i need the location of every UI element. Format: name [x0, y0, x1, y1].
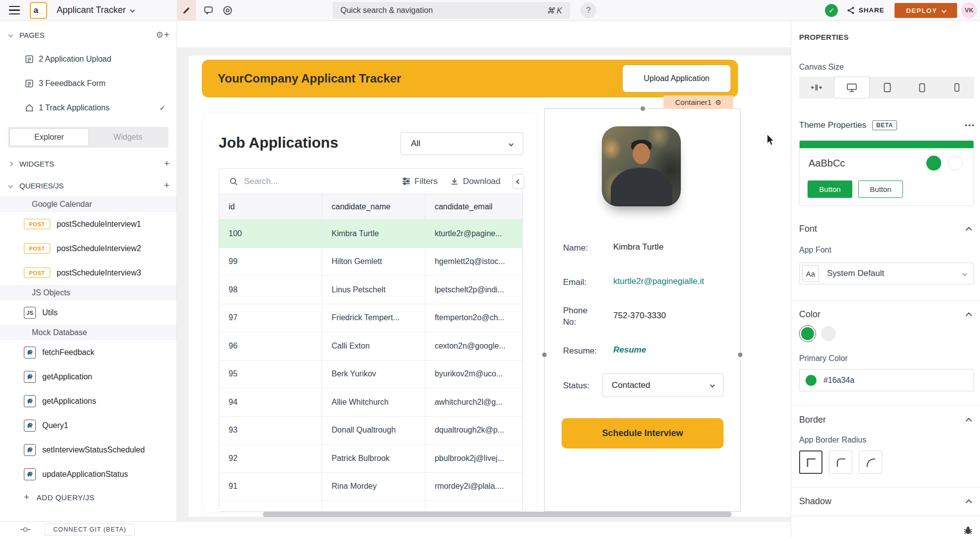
resize-handle[interactable]: [738, 353, 742, 357]
postgres-icon: [24, 347, 36, 358]
container-widget-label[interactable]: Container1 ⚙: [663, 95, 733, 109]
query-item[interactable]: setInterviewStatusScheduled: [0, 438, 176, 462]
theme-color-primary-swatch[interactable]: [926, 156, 941, 171]
font-section-header[interactable]: Font: [799, 224, 817, 234]
chevron-up-icon[interactable]: [966, 499, 972, 506]
view-mode-button[interactable]: [219, 0, 236, 20]
status-select[interactable]: Contacted: [602, 373, 724, 397]
table-search-input[interactable]: Search...: [229, 177, 389, 186]
table-row[interactable]: 96Calli Extoncexton2n@google...: [219, 332, 522, 360]
table-row[interactable]: 92Patrick Bulbrookpbulbrook2j@livej...: [219, 445, 522, 473]
quick-search-input[interactable]: Quick search & navigation ⌘ K: [332, 2, 570, 19]
table-row[interactable]: 98Linus Petscheltlpetschelt2p@indi...: [219, 276, 522, 304]
canvas-size-desktop[interactable]: [834, 77, 870, 98]
add-query-js-button[interactable]: + ADD QUERY/JS: [0, 486, 176, 508]
chevron-left-icon: [516, 179, 521, 184]
canvas-size-tablet-large[interactable]: [870, 77, 904, 98]
font-aa-icon: Aa: [802, 265, 819, 282]
query-item[interactable]: getApplication: [0, 364, 176, 389]
page-icon: [25, 79, 34, 88]
table-row[interactable]: 97Friedrick Tempert...ftemperton2o@ch...: [219, 304, 522, 333]
queries-section-header[interactable]: QUERIES/JS +: [0, 175, 176, 196]
status-filter-select[interactable]: All: [401, 132, 523, 155]
cell-candidate-email: rmordey2i@plala....: [425, 473, 522, 501]
add-query-plus-button[interactable]: +: [164, 180, 169, 191]
table-row[interactable]: 93Donall Qualtroughdqualtrough2k@p...: [219, 417, 522, 445]
horizontal-scrollbar[interactable]: [263, 512, 732, 517]
table-row[interactable]: 91Rina Mordeyrmordey2i@plala....: [219, 473, 522, 501]
query-item[interactable]: getApplications: [0, 389, 176, 413]
add-page-button[interactable]: +: [164, 29, 169, 40]
table-row[interactable]: 94Allie Whitchurchawhitchurch2l@g...: [219, 388, 522, 417]
tab-widgets[interactable]: Widgets: [89, 128, 167, 146]
query-item[interactable]: POSTpostScheduleInterview2: [0, 236, 176, 261]
comment-icon: [204, 5, 213, 15]
upload-application-button[interactable]: Upload Application: [622, 65, 731, 92]
field-value-email-link[interactable]: kturtle2r@paginegialle.it: [613, 276, 704, 286]
canvas-size-tablet[interactable]: [904, 77, 939, 98]
table-row[interactable]: 90Jany Mullinsjmullins2h@shutt...: [219, 501, 522, 511]
theme-primary-button-sample[interactable]: Button: [808, 180, 852, 198]
column-header-candidate-name[interactable]: candidate_name: [322, 194, 425, 219]
canvas-size-fluid[interactable]: [799, 77, 834, 98]
color-swatch-light[interactable]: [821, 326, 836, 341]
table-row[interactable]: 100Kimbra Turtlekturtle2r@pagine...: [219, 220, 522, 248]
page-item[interactable]: 3 Feeedback Form: [0, 71, 176, 95]
share-button[interactable]: SHARE: [847, 0, 884, 20]
chevron-up-icon[interactable]: [966, 418, 972, 424]
color-swatch-green[interactable]: [799, 325, 816, 342]
border-radius-medium[interactable]: [829, 450, 852, 474]
tab-explorer[interactable]: Explorer: [9, 128, 89, 146]
filters-button[interactable]: Filters: [402, 177, 437, 186]
query-item[interactable]: POSTpostScheduleInterview3: [0, 261, 176, 285]
chevron-up-icon[interactable]: [966, 227, 972, 233]
primary-color-input[interactable]: #16a34a: [799, 369, 974, 391]
query-item[interactable]: fetchFeedback: [0, 340, 176, 364]
table-row[interactable]: 99Hilton Gemletthgemlett2q@istoc...: [219, 248, 522, 276]
table-header-row[interactable]: id candidate_name candidate_email: [219, 194, 522, 220]
status-value: Contacted: [612, 380, 651, 390]
chevron-up-icon[interactable]: [966, 312, 972, 319]
add-widget-button[interactable]: +: [164, 158, 169, 169]
pages-header[interactable]: PAGES ⚙ +: [0, 26, 176, 44]
container-settings-gear-icon[interactable]: ⚙: [715, 98, 722, 106]
collapse-panel-button[interactable]: [512, 174, 524, 189]
debug-bug-icon[interactable]: [963, 525, 973, 535]
theme-color-background-swatch[interactable]: [948, 156, 963, 171]
schedule-interview-button[interactable]: Schedule Interview: [562, 418, 724, 448]
widgets-section-header[interactable]: WIDGETS +: [0, 153, 176, 175]
theme-more-menu-icon[interactable]: [965, 124, 974, 126]
query-item[interactable]: POSTpostScheduleInterview1: [0, 212, 176, 236]
comment-mode-button[interactable]: [200, 0, 217, 20]
canvas-size-mobile[interactable]: [939, 77, 974, 98]
column-header-id[interactable]: id: [219, 194, 322, 219]
deploy-button[interactable]: DEPLOY: [895, 3, 957, 18]
resize-handle[interactable]: [641, 106, 645, 111]
query-item[interactable]: Query1: [0, 413, 176, 438]
page-item[interactable]: 1 Track Applications✓: [0, 95, 176, 120]
user-avatar[interactable]: VK: [961, 2, 977, 18]
table-row[interactable]: 95Berk Yurikovbyurikov2m@uco...: [219, 360, 522, 389]
page-item[interactable]: 2 Application Upload: [0, 47, 176, 71]
border-radius-large[interactable]: [859, 450, 882, 474]
shadow-section-header[interactable]: Shadow: [799, 496, 831, 507]
cell-candidate-name: Kimbra Turtle: [322, 220, 425, 248]
field-value-resume-link[interactable]: Resume: [613, 345, 646, 355]
column-header-candidate-email[interactable]: candidate_email: [425, 194, 522, 219]
query-item[interactable]: updateApplicationStatus: [0, 462, 176, 486]
help-button[interactable]: ?: [580, 2, 596, 18]
pages-settings-gear-icon[interactable]: ⚙: [156, 30, 163, 40]
app-title[interactable]: Applicant Tracker: [57, 0, 134, 20]
edit-mode-button[interactable]: [177, 0, 196, 20]
connect-git-button[interactable]: CONNECT GIT (BETA): [45, 524, 135, 536]
border-radius-sharp[interactable]: [799, 450, 822, 474]
color-section-header[interactable]: Color: [799, 309, 820, 320]
theme-secondary-button-sample[interactable]: Button: [858, 180, 903, 198]
app-font-select[interactable]: Aa System Default: [799, 263, 974, 284]
query-item[interactable]: JSUtils: [0, 300, 176, 325]
theme-font-sample: AaBbCc: [809, 158, 845, 169]
resize-handle[interactable]: [542, 353, 547, 357]
download-button[interactable]: Download: [450, 177, 500, 186]
border-section-header[interactable]: Border: [799, 415, 826, 425]
hamburger-menu-icon[interactable]: [7, 0, 22, 20]
